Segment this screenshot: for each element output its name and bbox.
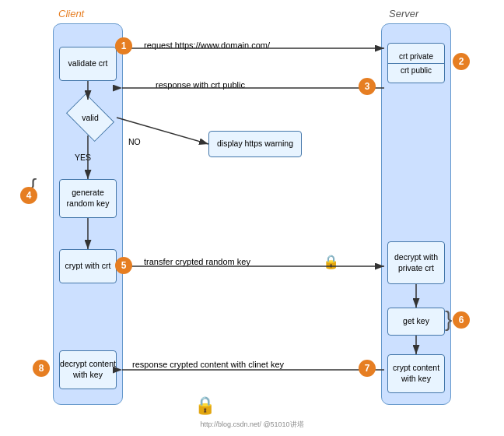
brace-server: } [445,237,452,401]
generate-key-box: generate random key [59,179,117,218]
crypt-content-box: crypt content with key [387,354,445,393]
server-label: Server [389,8,418,19]
diagram: Client Server validate crt valid generat… [0,0,504,436]
validate-crt-box: validate crt [59,47,117,81]
transfer-label: transfer crypted random key [144,257,250,266]
client-label: Client [58,8,84,19]
watermark: http://blog.csdn.net/ @51010讲塔 [200,420,303,430]
no-label: NO [128,137,141,146]
get-key-box: get key [387,308,445,336]
badge-2: 2 [453,53,470,70]
resp-content-label: response crypted content with clinet key [132,360,284,369]
request-label: request https://www.domain.com/ [144,40,270,50]
lock-icon-transfer: 🔒 [323,254,339,270]
valid-label: valid [67,100,114,135]
badge-1: 1 [115,37,132,54]
badge-5: 5 [115,257,132,274]
lock-icon-bottom: 🔒 [194,396,215,416]
badge-4: 4 [20,187,37,204]
server-crt-box: crt private crt public [387,43,445,83]
badge-8: 8 [33,360,50,377]
valid-diamond-container: valid [67,100,114,135]
warning-box: display https warning [208,131,302,157]
badge-6: 6 [453,311,470,329]
decrypt-content-box: decrypt content with key [59,350,117,389]
badge-7: 7 [359,360,376,377]
resp-crt-label: response with crt public [156,80,245,90]
crypt-crt-box: crypt with crt [59,249,117,283]
badge-3: 3 [359,78,376,95]
decrypt-private-box: decrypt with private crt [387,241,445,284]
yes-label: YES [75,153,91,162]
